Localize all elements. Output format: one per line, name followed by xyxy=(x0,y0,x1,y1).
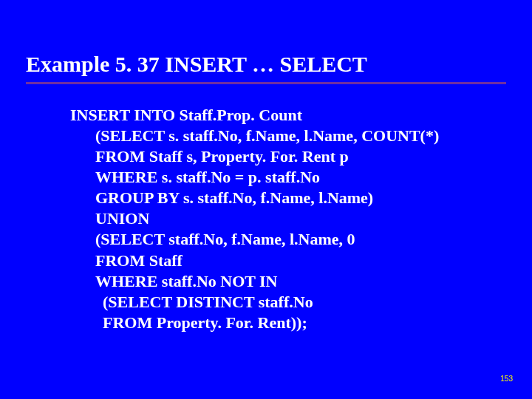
page-number: 153 xyxy=(500,375,513,383)
code-line: FROM Property. For. Rent)); xyxy=(70,313,506,333)
code-line: (SELECT s. staff.No, f.Name, l.Name, COU… xyxy=(70,126,506,146)
slide-title: Example 5. 37 INSERT … SELECT xyxy=(26,52,506,78)
code-line: INSERT INTO Staff.Prop. Count xyxy=(70,105,506,126)
code-line: FROM Staff s, Property. For. Rent p xyxy=(70,146,506,167)
code-block: INSERT INTO Staff.Prop. Count (SELECT s.… xyxy=(70,105,506,334)
slide: Example 5. 37 INSERT … SELECT INSERT INT… xyxy=(0,0,532,399)
code-line: FROM Staff xyxy=(70,250,506,271)
code-line: WHERE s. staff.No = p. staff.No xyxy=(70,167,506,188)
code-line: (SELECT DISTINCT staff.No xyxy=(70,292,506,313)
code-line: (SELECT staff.No, f.Name, l.Name, 0 xyxy=(70,229,506,250)
title-container: Example 5. 37 INSERT … SELECT xyxy=(26,52,506,84)
code-line: UNION xyxy=(70,208,506,229)
code-line: GROUP BY s. staff.No, f.Name, l.Name) xyxy=(70,188,506,208)
code-line: WHERE staff.No NOT IN xyxy=(70,271,506,292)
